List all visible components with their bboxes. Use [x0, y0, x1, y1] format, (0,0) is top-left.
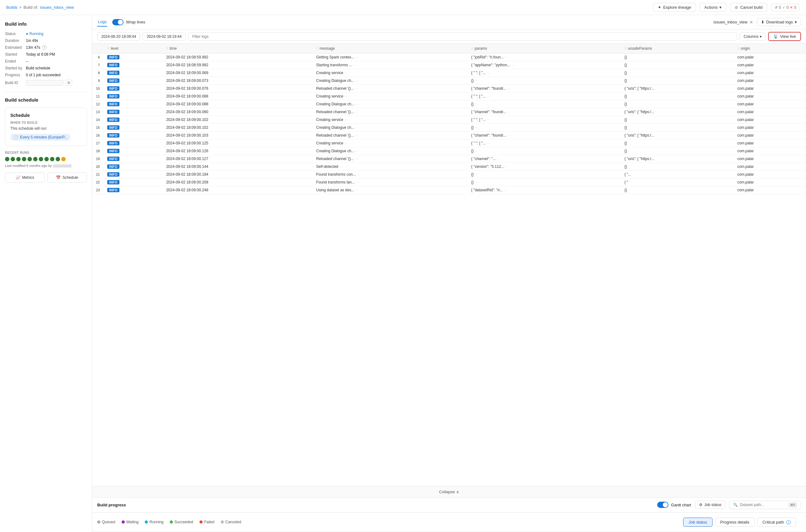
row-message: Reloaded channel '{}... ···	[312, 108, 467, 116]
progress-value: 0 of 1 job succeeded	[26, 73, 87, 77]
legend-row: Queued Waiting Running Succeeded Failed	[92, 513, 806, 532]
row-num: 10	[92, 85, 104, 93]
level-badge: INFO	[107, 55, 119, 59]
critical-path-tab[interactable]: Critical path i	[757, 518, 796, 527]
col-handle: ⠿	[316, 47, 318, 50]
col-unsafe-header[interactable]: ⠿unsafeParams	[621, 44, 733, 54]
level-badge: INFO	[107, 117, 119, 122]
row-message: Creating service ···	[312, 93, 467, 100]
search-icon: 🔍	[733, 502, 738, 507]
run-dot-6[interactable]	[33, 157, 38, 161]
row-message: Creating service ···	[312, 116, 467, 124]
columns-button[interactable]: Columns ▾	[740, 33, 766, 41]
row-unsafe: {}	[621, 163, 733, 171]
gantt-chart-toggle[interactable]	[657, 502, 669, 508]
col-origin-header[interactable]: ⠿origin	[733, 44, 806, 54]
row-level: INFO	[104, 186, 162, 194]
row-num: 11	[92, 93, 104, 100]
row-num: 6	[92, 54, 104, 61]
col-level-header[interactable]: ⠿level	[104, 44, 162, 54]
row-origin: com.palar	[733, 85, 806, 93]
row-num: 22	[92, 178, 104, 186]
schedule-button[interactable]: 📅 Schedule	[47, 173, 87, 183]
run-dot-8[interactable]	[44, 157, 49, 161]
row-time: 2024-09-02 18:09:00.102	[162, 116, 312, 124]
table-row: 16 INFO 2024-09-02 18:09:00.103 Reloaded…	[92, 132, 806, 139]
row-num: 23	[92, 186, 104, 194]
last-modified: Last modified 6 months ago by	[5, 164, 87, 168]
row-level: INFO	[104, 116, 162, 124]
run-dot-11[interactable]	[61, 157, 65, 161]
table-row: 22 INFO 2024-09-02 18:09:00.208 Found tr…	[92, 178, 806, 186]
wrap-lines-toggle[interactable]	[112, 19, 124, 25]
row-message: Reloaded channel '{}... ···	[312, 132, 467, 139]
metrics-button[interactable]: 📈 Metrics	[5, 173, 45, 183]
row-params: { " ": [ "... ···	[467, 139, 621, 147]
row-unsafe: {}	[621, 139, 733, 147]
row-time: 2024-09-02 18:09:00.126	[162, 147, 312, 155]
lineage-icon: ✦	[658, 5, 661, 10]
row-origin: com.palar	[733, 93, 806, 100]
row-time: 2024-09-02 18:09:00.208	[162, 178, 312, 186]
col-handle: ⠿	[471, 47, 473, 50]
run-dot-9[interactable]	[50, 157, 54, 161]
table-row: 10 INFO 2024-09-02 18:09:00.076 Reloaded…	[92, 85, 806, 93]
check-icon: ✓	[782, 5, 785, 10]
filter-logs-input[interactable]	[188, 33, 737, 41]
logs-tab[interactable]: Logs	[97, 18, 107, 26]
build-name-link[interactable]: issues_inbox_view	[40, 5, 74, 10]
copy-build-id-button[interactable]: ⧉	[65, 80, 72, 86]
explore-lineage-button[interactable]: ✦ Explore lineage	[653, 3, 696, 12]
row-num: 14	[92, 116, 104, 124]
job-status-filter-button[interactable]: ⚙ Job status	[695, 501, 726, 509]
progress-details-tab[interactable]: Progress details	[715, 518, 755, 527]
row-level: INFO	[104, 77, 162, 85]
schedule-badge[interactable]: 🕐 Every 5 minutes (Europe/P...	[10, 134, 71, 141]
col-handle: ⠿	[624, 47, 626, 50]
wrap-lines-label: Wrap lines	[126, 20, 145, 24]
date-from-button[interactable]: 2024-08-20 18:09:44	[97, 33, 140, 41]
modifier-name	[53, 165, 72, 168]
table-row: 23 INFO 2024-09-02 18:09:00.248 Using da…	[92, 186, 806, 194]
run-dot-10[interactable]	[56, 157, 60, 161]
builds-link[interactable]: Builds	[6, 5, 17, 10]
run-dot-1[interactable]	[5, 157, 10, 161]
cancel-build-button[interactable]: ⊘ Cancel build	[730, 3, 767, 12]
level-badge: INFO	[107, 71, 119, 75]
log-file-name: issues_inbox_view ✕	[713, 20, 753, 25]
download-logs-button[interactable]: ⬇ Download logs ▾	[757, 18, 801, 26]
row-params: {} ···	[467, 124, 621, 132]
row-time: 2024-09-02 18:09:00.088	[162, 93, 312, 100]
collapse-bar[interactable]: Collapse ∧	[92, 486, 806, 497]
row-origin: com.palar	[733, 132, 806, 139]
run-dot-2[interactable]	[11, 157, 15, 161]
row-unsafe: { "uris": [ "https:/...	[621, 108, 733, 116]
run-dot-5[interactable]	[27, 157, 32, 161]
schedule-label: Schedule	[62, 175, 78, 180]
build-id-input[interactable]	[26, 80, 63, 86]
row-params: { "channel": "foundr... ···	[467, 85, 621, 93]
row-level: INFO	[104, 139, 162, 147]
run-dot-3[interactable]	[16, 157, 21, 161]
col-message-header[interactable]: ⠿message	[312, 44, 467, 54]
help-icon[interactable]: ?	[42, 45, 46, 50]
actions-button[interactable]: Actions ▾	[700, 3, 727, 12]
row-message: Reloaded channel '{}... ···	[312, 85, 467, 93]
col-handle: ⠿	[737, 47, 739, 50]
view-live-button[interactable]: 📡 View live	[768, 32, 801, 41]
dataset-path-input[interactable]	[740, 502, 787, 507]
calendar-icon: 📅	[56, 175, 61, 180]
run-dot-7[interactable]	[39, 157, 43, 161]
run-dot-4[interactable]	[22, 157, 26, 161]
date-to-button[interactable]: 2024-09-02 18:19:44	[143, 33, 185, 41]
job-status-tab[interactable]: Job status	[683, 518, 712, 527]
log-table-container[interactable]: ⠿level ⠿time ⠿message ⠿params ⠿unsafePar…	[92, 44, 806, 486]
log-file-label: issues_inbox_view	[713, 20, 747, 24]
queued-dot	[97, 520, 100, 524]
row-num: 8	[92, 69, 104, 77]
explore-lineage-label: Explore lineage	[663, 5, 691, 10]
col-params-header[interactable]: ⠿params	[467, 44, 621, 54]
close-log-button[interactable]: ✕	[749, 20, 753, 25]
col-time-header[interactable]: ⠿time	[162, 44, 312, 54]
metrics-label: Metrics	[22, 175, 34, 180]
